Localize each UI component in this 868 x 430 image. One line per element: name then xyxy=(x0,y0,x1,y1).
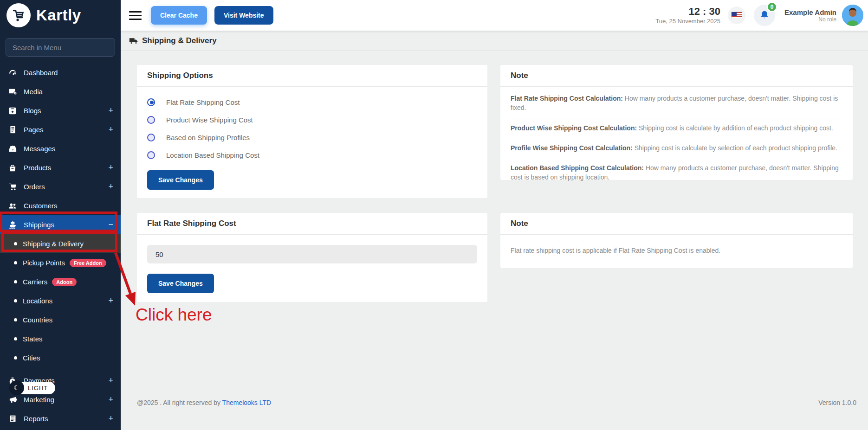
brand-logo[interactable]: Kartly xyxy=(0,0,121,31)
sidebar-item-messages[interactable]: Messages xyxy=(0,139,121,158)
blogs-icon xyxy=(7,107,18,115)
hamburger-menu-icon[interactable] xyxy=(129,9,142,22)
shipping-options-card: Shipping Options Flat Rate Shipping Cost… xyxy=(137,65,487,198)
collapse-minus-icon[interactable]: − xyxy=(108,220,113,230)
notification-count-badge: 0 xyxy=(767,2,777,12)
note-item: Product Wise Shipping Cost Calculation: … xyxy=(511,118,842,138)
sidebar-item-shippings[interactable]: Shippings − xyxy=(0,215,121,234)
sidebar-item-label: Countries xyxy=(23,316,52,324)
notifications-button[interactable]: 0 xyxy=(754,5,775,26)
expand-plus-icon[interactable]: + xyxy=(108,163,113,173)
footer: @2025 . All right reserved by Themelooks… xyxy=(137,399,856,406)
visit-website-button[interactable]: Visit Website xyxy=(214,6,273,25)
bullet-icon xyxy=(14,337,17,340)
sidebar-item-countries[interactable]: Countries xyxy=(0,310,121,329)
themelooks-link[interactable]: Themelooks LTD xyxy=(222,399,272,406)
clear-cache-button[interactable]: Clear Cache xyxy=(151,6,207,25)
sidebar-item-label: Orders xyxy=(24,183,45,191)
card-title: Note xyxy=(500,213,853,235)
expand-plus-icon[interactable]: + xyxy=(108,414,113,424)
flat-rate-card: Flat Rate Shipping Cost Save Changes xyxy=(137,213,487,302)
card-title: Shipping Options xyxy=(137,65,487,87)
radio-button-icon[interactable] xyxy=(147,116,155,124)
radio-product-wise[interactable]: Product Wise Shipping Cost xyxy=(147,111,477,128)
sidebar-item-label: Dashboard xyxy=(24,69,58,77)
sidebar-item-label: Pickup Points xyxy=(23,259,65,267)
pages-icon xyxy=(7,126,18,134)
page-header: Shipping & Delivery xyxy=(121,31,868,51)
bullet-icon xyxy=(14,280,17,283)
expand-plus-icon[interactable]: + xyxy=(108,182,113,192)
save-changes-button[interactable]: Save Changes xyxy=(147,274,214,293)
sidebar-item-label: Pages xyxy=(24,126,44,134)
radio-label: Location Based Shipping Cost xyxy=(166,151,259,159)
sidebar-item-products[interactable]: Products + xyxy=(0,158,121,177)
brand-name: Kartly xyxy=(36,6,81,24)
sidebar-item-dashboard[interactable]: Dashboard xyxy=(0,63,121,82)
flat-rate-cost-input[interactable] xyxy=(147,245,477,263)
sidebar-item-pickup-points[interactable]: Pickup Points Free Addon xyxy=(0,253,121,272)
radio-label: Flat Rate Shipping Cost xyxy=(166,98,240,106)
radio-location-based[interactable]: Location Based Shipping Cost xyxy=(147,146,477,164)
save-changes-button[interactable]: Save Changes xyxy=(147,170,214,190)
addon-badge: Adoon xyxy=(52,278,77,286)
clock-date: Tue, 25 November 2025 xyxy=(655,18,720,25)
products-icon xyxy=(7,164,18,172)
sidebar-item-shipping-delivery[interactable]: Shipping & Delivery xyxy=(0,234,121,253)
sidebar-item-blogs[interactable]: Blogs + xyxy=(0,101,121,120)
expand-plus-icon[interactable]: + xyxy=(108,395,113,404)
sidebar-item-orders[interactable]: Orders + xyxy=(0,177,121,196)
topbar: Clear Cache Visit Website 12 : 30 Tue, 2… xyxy=(121,0,868,31)
sidebar-item-label: Reports xyxy=(24,415,48,423)
note-text: Flat rate shipping cost is applicable if… xyxy=(511,241,842,254)
customers-icon xyxy=(7,202,18,210)
expand-plus-icon[interactable]: + xyxy=(108,106,113,116)
avatar[interactable] xyxy=(842,5,863,26)
expand-plus-icon[interactable]: + xyxy=(108,376,113,385)
messages-icon xyxy=(7,144,18,153)
sidebar-item-label: Products xyxy=(24,164,51,172)
note-card-flat-rate: Note Flat rate shipping cost is applicab… xyxy=(500,213,853,268)
sidebar-item-customers[interactable]: Customers xyxy=(0,196,121,215)
moon-icon: ☾ xyxy=(9,380,24,395)
bullet-icon xyxy=(14,356,17,359)
free-addon-badge: Free Addon xyxy=(70,259,106,267)
marketing-icon xyxy=(7,395,18,404)
note-item: Location Based Shipping Cost Calculation… xyxy=(511,158,842,187)
radio-button-icon[interactable] xyxy=(147,151,155,159)
cart-logo-icon xyxy=(6,3,31,27)
sidebar-item-label: Blogs xyxy=(24,107,41,115)
sidebar-item-locations[interactable]: Locations + xyxy=(0,291,121,310)
sidebar-item-pages[interactable]: Pages + xyxy=(0,120,121,139)
radio-button-icon[interactable] xyxy=(147,98,155,106)
expand-plus-icon[interactable]: + xyxy=(108,125,113,135)
sidebar-item-label: Media xyxy=(24,88,43,96)
sidebar-item-reports[interactable]: Reports + xyxy=(0,409,121,428)
note-card-options: Note Flat Rate Shipping Cost Calculation… xyxy=(500,65,853,180)
sidebar-item-label: Marketing xyxy=(24,396,54,404)
radio-flat-rate[interactable]: Flat Rate Shipping Cost xyxy=(147,93,477,111)
sidebar-item-states[interactable]: States xyxy=(0,329,121,348)
clock: 12 : 30 Tue, 25 November 2025 xyxy=(655,6,720,24)
sidebar-item-cities[interactable]: Cities xyxy=(0,348,121,367)
dashboard-icon xyxy=(7,68,18,77)
theme-toggle[interactable]: ☾ LIGHT xyxy=(9,380,55,395)
bullet-icon xyxy=(14,242,17,245)
copyright: @2025 . All right reserved by Themelooks… xyxy=(137,399,271,406)
sidebar-item-label: States xyxy=(23,335,43,343)
radio-shipping-profiles[interactable]: Based on Shipping Profiles xyxy=(147,128,477,146)
sidebar-item-carriers[interactable]: Carriers Adoon xyxy=(0,272,121,291)
version-label: Version 1.0.0 xyxy=(818,399,856,406)
page-title: Shipping & Delivery xyxy=(142,36,217,45)
expand-plus-icon[interactable]: + xyxy=(108,296,113,306)
user-role: No role xyxy=(784,16,836,23)
language-selector[interactable] xyxy=(728,6,745,24)
bullet-icon xyxy=(14,299,17,302)
radio-button-icon[interactable] xyxy=(147,134,155,141)
card-title: Note xyxy=(500,65,853,87)
sidebar-item-media[interactable]: Media xyxy=(0,82,121,101)
search-input[interactable] xyxy=(6,38,115,57)
clock-time: 12 : 30 xyxy=(655,6,720,17)
reports-icon xyxy=(7,415,18,423)
orders-icon xyxy=(7,182,18,191)
